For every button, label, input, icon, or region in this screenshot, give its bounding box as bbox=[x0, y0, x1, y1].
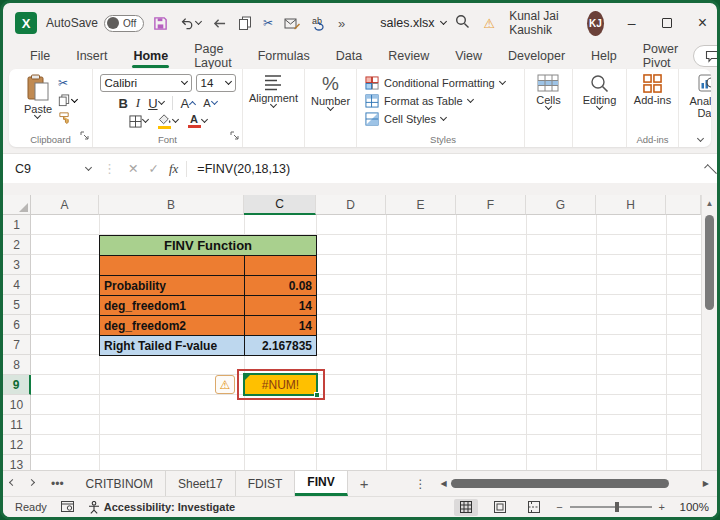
view-page-break-button[interactable] bbox=[522, 499, 546, 516]
sheet-options-button[interactable]: ⋮ bbox=[404, 471, 436, 496]
table-row-value[interactable]: 0.08 bbox=[245, 276, 317, 296]
select-all-corner[interactable] bbox=[3, 195, 31, 215]
undo-button[interactable] bbox=[179, 16, 201, 30]
addins-button[interactable]: Add-ins bbox=[634, 74, 671, 106]
column-header-h[interactable]: H bbox=[596, 195, 666, 215]
row-header-2[interactable]: 2 bbox=[3, 235, 31, 255]
decrease-font-button[interactable]: A bbox=[203, 97, 216, 109]
row-header-8[interactable]: 8 bbox=[3, 355, 31, 375]
sheet-tab-finv[interactable]: FINV bbox=[295, 471, 347, 496]
autosave-toggle[interactable]: Off bbox=[104, 15, 144, 32]
row-header-11[interactable]: 11 bbox=[3, 415, 31, 435]
search-button[interactable] bbox=[455, 14, 470, 32]
table-row-label[interactable]: deg_freedom2 bbox=[100, 316, 245, 336]
replace-button[interactable]: ab bbox=[311, 16, 327, 31]
font-size-select[interactable]: 14 bbox=[196, 74, 236, 92]
cut-button[interactable]: ✂ bbox=[263, 16, 273, 30]
row-header-13[interactable]: 13 bbox=[3, 455, 31, 470]
column-header-c[interactable]: C bbox=[244, 195, 316, 215]
tab-developer[interactable]: Developer bbox=[497, 46, 576, 66]
vertical-scrollbar[interactable]: ▲ bbox=[701, 195, 717, 470]
maximize-button[interactable] bbox=[662, 18, 672, 28]
accessibility-status[interactable]: Accessibility: Investigate bbox=[88, 501, 235, 514]
sheet-prev-button[interactable] bbox=[3, 471, 22, 496]
enter-button[interactable]: ✓ bbox=[148, 161, 158, 176]
table-row-value[interactable]: 14 bbox=[245, 296, 317, 316]
formula-input[interactable]: =FINV(20,18,13) bbox=[187, 162, 290, 176]
table-row-value[interactable]: 14 bbox=[245, 316, 317, 336]
italic-button[interactable]: I bbox=[136, 95, 140, 111]
format-as-table-button[interactable]: Format as Table bbox=[365, 92, 473, 110]
cell-styles-button[interactable]: Cell Styles bbox=[365, 110, 446, 128]
scroll-right-icon[interactable]: ▶ bbox=[703, 479, 709, 488]
format-painter-button[interactable] bbox=[58, 111, 77, 124]
name-box[interactable]: C9 bbox=[3, 162, 99, 176]
close-button[interactable]: × bbox=[698, 14, 707, 32]
avatar[interactable]: KJ bbox=[587, 11, 604, 36]
row-header-6[interactable]: 6 bbox=[3, 315, 31, 335]
tab-file[interactable]: File bbox=[19, 46, 61, 66]
zoom-slider[interactable] bbox=[570, 506, 652, 508]
cancel-button[interactable]: ✕ bbox=[128, 161, 138, 176]
table-blank-cell[interactable] bbox=[245, 256, 317, 276]
number-button[interactable]: % Number bbox=[311, 74, 350, 110]
autosave-control[interactable]: AutoSave Off bbox=[46, 15, 144, 32]
column-header-a[interactable]: A bbox=[31, 195, 99, 215]
row-header-12[interactable]: 12 bbox=[3, 435, 31, 455]
view-normal-button[interactable] bbox=[454, 499, 478, 516]
sheet-list-button[interactable]: ••• bbox=[41, 471, 74, 496]
editing-button[interactable]: Editing bbox=[583, 74, 617, 109]
column-header-g[interactable]: G bbox=[526, 195, 596, 215]
underline-button[interactable]: U bbox=[148, 96, 163, 111]
tab-formulas[interactable]: Formulas bbox=[247, 46, 321, 66]
back-button[interactable] bbox=[212, 17, 227, 30]
tab-home[interactable]: Home bbox=[122, 46, 179, 66]
table-blank-cell[interactable] bbox=[100, 256, 245, 276]
copy-ribbon-button[interactable] bbox=[58, 94, 77, 107]
tab-help[interactable]: Help bbox=[580, 46, 628, 66]
conditional-formatting-button[interactable]: Conditional Formatting bbox=[365, 74, 505, 92]
tab-view[interactable]: View bbox=[444, 46, 493, 66]
column-header-f[interactable]: F bbox=[456, 195, 526, 215]
row-header-4[interactable]: 4 bbox=[3, 275, 31, 295]
paste-button[interactable]: Paste bbox=[24, 74, 52, 118]
cells-area[interactable]: FINV Function Probability0.08 deg_freedo… bbox=[31, 215, 701, 470]
bold-button[interactable]: B bbox=[118, 96, 127, 111]
row-header-7[interactable]: 7 bbox=[3, 335, 31, 355]
borders-button[interactable] bbox=[129, 115, 148, 128]
clipboard-dialog-launcher[interactable] bbox=[80, 126, 89, 144]
save-button[interactable] bbox=[153, 16, 168, 31]
alignment-button[interactable]: Alignment bbox=[249, 74, 298, 107]
new-sheet-button[interactable]: + bbox=[348, 471, 381, 496]
analyze-data-button[interactable]: Analyze Data bbox=[682, 74, 711, 119]
font-name-select[interactable]: Calibri bbox=[100, 74, 192, 92]
table-row-label[interactable]: Probability bbox=[100, 276, 245, 296]
sheet-tab-fdist[interactable]: FDIST bbox=[236, 471, 296, 496]
tab-review[interactable]: Review bbox=[377, 46, 440, 66]
minimize-button[interactable]: – bbox=[628, 15, 636, 31]
cut-ribbon-button[interactable]: ✂ bbox=[58, 76, 77, 90]
table-row-label[interactable]: Right Tailed F-value bbox=[100, 336, 245, 356]
document-title[interactable]: sales.xlsx bbox=[380, 16, 445, 30]
copy-button[interactable] bbox=[238, 16, 252, 31]
row-header-1[interactable]: 1 bbox=[3, 215, 31, 235]
horizontal-scrollbar[interactable]: ◀ ▶ bbox=[436, 471, 717, 496]
table-title-cell[interactable]: FINV Function bbox=[100, 236, 317, 256]
titlebar-warning-icon[interactable]: ⚠ bbox=[484, 16, 496, 31]
email-button[interactable] bbox=[284, 17, 300, 30]
row-header-3[interactable]: 3 bbox=[3, 255, 31, 275]
row-header-10[interactable]: 10 bbox=[3, 395, 31, 415]
column-header-b[interactable]: B bbox=[99, 195, 244, 215]
row-header-9[interactable]: 9 bbox=[3, 375, 31, 395]
sheet-tab-sheet17[interactable]: Sheet17 bbox=[166, 471, 236, 496]
excel-logo-icon[interactable]: X bbox=[15, 12, 37, 34]
macro-record-button[interactable] bbox=[61, 501, 74, 513]
tab-insert[interactable]: Insert bbox=[65, 46, 118, 66]
column-header-d[interactable]: D bbox=[316, 195, 386, 215]
column-header-e[interactable]: E bbox=[386, 195, 456, 215]
tab-page-layout[interactable]: Page Layout bbox=[183, 39, 243, 73]
zoom-out-button[interactable]: − bbox=[556, 501, 562, 513]
tab-data[interactable]: Data bbox=[325, 46, 373, 66]
view-page-layout-button[interactable] bbox=[488, 499, 512, 516]
row-header-5[interactable]: 5 bbox=[3, 295, 31, 315]
